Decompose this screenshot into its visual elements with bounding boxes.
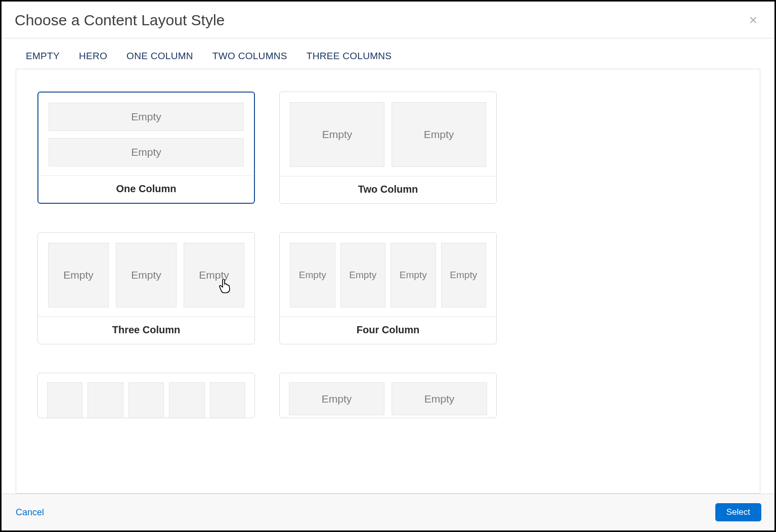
content-area[interactable]: Empty Empty One Column Empty Empty Two C… <box>16 69 760 494</box>
preview-row <box>47 382 245 418</box>
preview-area <box>38 373 254 418</box>
preview-cell: Empty <box>441 243 487 307</box>
preview-cell: Empty <box>290 243 335 307</box>
preview-area: Empty Empty Empty Empty <box>280 233 496 317</box>
modal-title: Choose a Content Layout Style <box>15 12 225 29</box>
card-label: Three Column <box>38 317 254 344</box>
card-label: Four Column <box>280 317 496 344</box>
preview-cell: Empty <box>391 243 436 307</box>
preview-row: Empty Empty <box>289 382 487 415</box>
preview-cell: Empty <box>49 138 244 166</box>
cancel-button[interactable]: Cancel <box>15 504 45 521</box>
cards-grid: Empty Empty One Column Empty Empty Two C… <box>37 92 739 418</box>
card-label: One Column <box>38 175 254 203</box>
close-icon: × <box>749 12 757 28</box>
preview-cell: Empty <box>340 243 386 307</box>
layout-card-two-column[interactable]: Empty Empty Two Column <box>279 92 497 204</box>
preview-row: Empty Empty Empty Empty <box>290 243 486 307</box>
preview-area: Empty Empty Empty <box>38 233 254 317</box>
preview-cell: Empty <box>116 243 177 307</box>
layout-card-partial-left[interactable] <box>37 373 255 418</box>
preview-cell: Empty <box>48 243 109 307</box>
preview-cell <box>47 382 82 418</box>
modal-footer: Cancel Select <box>2 494 774 530</box>
preview-cell: Empty <box>49 103 244 131</box>
layout-card-partial-right[interactable]: Empty Empty <box>279 373 497 418</box>
preview-cell: Empty <box>392 102 486 167</box>
tab-two-columns[interactable]: TWO COLUMNS <box>212 51 287 62</box>
preview-cell <box>128 382 164 418</box>
close-button[interactable]: × <box>747 13 759 27</box>
preview-cell: Empty <box>392 382 487 415</box>
preview-cell <box>169 382 204 418</box>
preview-area: Empty Empty <box>280 373 496 418</box>
preview-cell: Empty <box>184 243 244 307</box>
tab-hero[interactable]: HERO <box>79 51 107 62</box>
preview-cell: Empty <box>290 102 384 167</box>
tab-one-column[interactable]: ONE COLUMN <box>126 51 193 62</box>
tab-empty[interactable]: EMPTY <box>26 51 60 62</box>
select-button[interactable]: Select <box>715 503 761 521</box>
layout-card-four-column[interactable]: Empty Empty Empty Empty Four Column <box>279 232 497 344</box>
tab-three-columns[interactable]: THREE COLUMNS <box>307 51 392 62</box>
preview-row: Empty Empty <box>290 102 486 167</box>
preview-row: Empty Empty Empty <box>48 243 244 307</box>
content-wrapper: Empty Empty One Column Empty Empty Two C… <box>2 69 774 494</box>
preview-area: Empty Empty <box>38 93 254 175</box>
tabs-container: EMPTY HERO ONE COLUMN TWO COLUMNS THREE … <box>2 38 774 69</box>
layout-card-one-column[interactable]: Empty Empty One Column <box>37 92 255 204</box>
preview-cell <box>210 382 245 418</box>
preview-area: Empty Empty <box>280 92 496 176</box>
modal-header: Choose a Content Layout Style × <box>2 2 774 38</box>
preview-cell <box>88 382 123 418</box>
card-label: Two Column <box>280 176 496 203</box>
preview-cell: Empty <box>289 382 384 415</box>
layout-card-three-column[interactable]: Empty Empty Empty Three Column <box>37 232 255 344</box>
